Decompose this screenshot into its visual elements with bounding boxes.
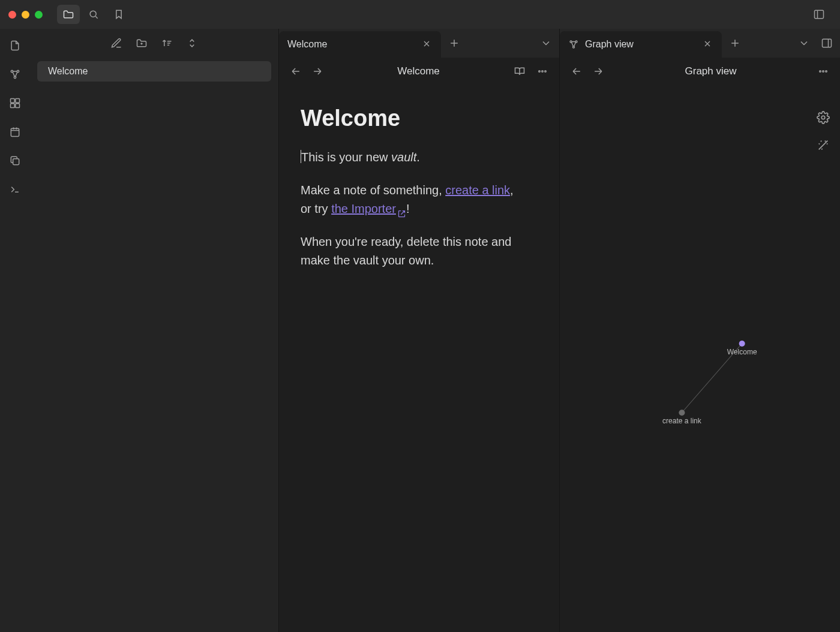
svg-point-14 — [570, 41, 572, 43]
titlebar — [0, 0, 840, 29]
toggle-right-sidebar-button[interactable] — [818, 35, 835, 52]
search-icon — [88, 8, 100, 20]
graph-node[interactable] — [679, 410, 685, 416]
tab-close-button[interactable] — [422, 39, 433, 50]
chevrons-up-down-icon — [186, 37, 198, 49]
tabstrip-right: Graph view — [560, 29, 840, 58]
sort-button[interactable] — [160, 36, 174, 50]
folder-plus-icon — [136, 37, 148, 49]
folder-icon — [62, 8, 74, 20]
copy-icon — [9, 155, 21, 167]
graph-node-label: create a link — [662, 417, 702, 425]
more-horizontal-icon — [536, 65, 548, 77]
graph-pane: Graph view — [559, 29, 840, 632]
ribbon-daily-note[interactable] — [4, 121, 26, 143]
graph-canvas[interactable]: Welcomecreate a link — [560, 85, 840, 632]
tab-dropdown-button[interactable] — [538, 35, 554, 52]
svg-point-2 — [11, 70, 13, 72]
svg-rect-8 — [16, 104, 20, 108]
chevron-down-icon — [540, 37, 552, 49]
svg-point-15 — [575, 41, 577, 43]
svg-rect-1 — [815, 10, 824, 18]
link-the-importer[interactable]: the Importer — [331, 202, 406, 215]
ribbon-command-palette[interactable] — [4, 179, 26, 200]
new-tab-button[interactable] — [446, 35, 463, 52]
svg-point-11 — [539, 71, 541, 73]
svg-point-4 — [14, 76, 16, 78]
file-item-label: Welcome — [48, 66, 88, 77]
window-minimize-button[interactable] — [22, 11, 29, 19]
file-tree: Welcome — [30, 58, 278, 632]
plus-icon — [448, 37, 460, 49]
svg-rect-17 — [823, 39, 832, 47]
svg-point-18 — [820, 71, 821, 73]
close-icon — [703, 39, 712, 49]
sort-icon — [161, 37, 173, 49]
tab-close-button[interactable] — [703, 39, 713, 50]
more-horizontal-icon — [817, 65, 829, 77]
files-tab-button[interactable] — [57, 5, 80, 24]
book-open-icon — [514, 65, 526, 77]
nav-forward-button[interactable] — [309, 63, 326, 80]
new-tab-button[interactable] — [727, 35, 743, 52]
ribbon-templates[interactable] — [4, 150, 26, 171]
doc-paragraph-3: When you're ready, delete this note and … — [301, 233, 517, 270]
nav-back-button[interactable] — [568, 63, 585, 80]
sidebar-right-icon — [821, 37, 833, 49]
window-close-button[interactable] — [8, 11, 16, 19]
chevron-down-icon — [798, 37, 810, 49]
file-item-welcome[interactable]: Welcome — [37, 61, 271, 82]
graph-icon — [9, 68, 21, 80]
ribbon-graph-view[interactable] — [4, 64, 26, 85]
ribbon-canvas[interactable] — [4, 92, 26, 114]
graph-node[interactable] — [739, 341, 745, 347]
tab-welcome[interactable]: Welcome — [279, 31, 441, 58]
nav-back-button[interactable] — [287, 63, 304, 80]
graph-header: Graph view — [560, 58, 840, 85]
svg-point-3 — [17, 70, 19, 72]
graph-title: Graph view — [613, 65, 809, 77]
svg-point-12 — [542, 71, 544, 73]
more-options-button[interactable] — [534, 63, 551, 80]
more-options-button[interactable] — [815, 63, 832, 80]
editor-body[interactable]: Welcome This is your new vault. Make a n… — [279, 85, 559, 632]
tab-graph-view[interactable]: Graph view — [560, 31, 722, 58]
doc-paragraph-2: Make a note of something, create a link,… — [301, 181, 517, 218]
sidebar-left-icon — [813, 8, 825, 20]
link-create-a-link[interactable]: create a link — [445, 183, 510, 197]
new-note-button[interactable] — [109, 36, 124, 50]
external-link-icon — [397, 205, 406, 214]
editor-title: Welcome — [332, 65, 505, 77]
doc-paragraph-1: This is your new vault. — [301, 148, 517, 167]
tab-dropdown-button[interactable] — [796, 35, 812, 52]
search-tab-button[interactable] — [82, 5, 105, 24]
reading-view-button[interactable] — [511, 63, 528, 80]
left-ribbon — [0, 29, 30, 632]
editor-pane: Welcome — [279, 29, 559, 632]
calendar-icon — [9, 126, 21, 138]
new-folder-button[interactable] — [134, 36, 149, 50]
svg-point-19 — [823, 71, 824, 73]
file-explorer-sidebar: Welcome — [30, 29, 279, 632]
bookmarks-tab-button[interactable] — [107, 5, 130, 24]
window-traffic-lights — [5, 11, 47, 19]
tabstrip-left: Welcome — [279, 29, 559, 58]
tab-title: Graph view — [585, 39, 697, 50]
collapse-button[interactable] — [185, 36, 199, 50]
arrow-right-icon — [592, 65, 604, 77]
bookmark-icon — [113, 8, 125, 20]
svg-point-0 — [90, 11, 96, 17]
terminal-icon — [9, 183, 21, 195]
arrow-right-icon — [311, 65, 323, 77]
svg-point-13 — [545, 71, 547, 73]
window-zoom-button[interactable] — [35, 11, 43, 19]
doc-heading: Welcome — [301, 101, 538, 136]
arrow-left-icon — [290, 65, 302, 77]
nav-forward-button[interactable] — [590, 63, 607, 80]
svg-point-16 — [573, 46, 575, 48]
svg-rect-10 — [13, 159, 19, 165]
file-explorer-toolbar — [30, 29, 278, 58]
toggle-left-sidebar-button[interactable] — [808, 5, 830, 24]
ribbon-quick-switcher[interactable] — [4, 35, 26, 56]
svg-point-20 — [826, 71, 827, 73]
